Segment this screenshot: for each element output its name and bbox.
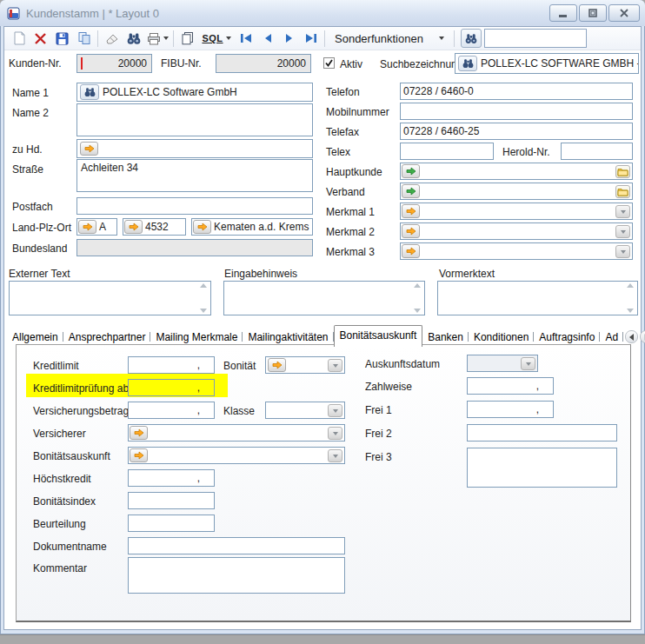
bonitaetsindex-field[interactable] bbox=[128, 492, 215, 509]
tab-ad[interactable]: Ad bbox=[600, 328, 623, 346]
frei2-field[interactable] bbox=[467, 424, 617, 442]
bonitaet-combo[interactable] bbox=[265, 356, 345, 374]
fibu-nr-field[interactable]: 20000 bbox=[216, 54, 311, 73]
land-field[interactable]: A bbox=[76, 218, 117, 236]
tab-mailing-merkmale[interactable]: Mailing Merkmale bbox=[150, 328, 243, 346]
verband-field[interactable] bbox=[400, 183, 633, 200]
hoechstkredit-field[interactable]: , bbox=[128, 469, 215, 487]
dokumentname-field[interactable] bbox=[128, 537, 345, 554]
print-dropdown-icon[interactable] bbox=[163, 37, 169, 40]
tab-scroll-right-button[interactable] bbox=[640, 330, 645, 343]
zahlweise-field[interactable]: , bbox=[467, 377, 554, 395]
dropdown-icon[interactable] bbox=[328, 449, 342, 462]
close-button[interactable] bbox=[608, 4, 640, 22]
dropdown-icon[interactable] bbox=[328, 359, 342, 372]
frei3-field[interactable] bbox=[467, 448, 617, 488]
previous-record-button[interactable] bbox=[256, 29, 278, 49]
dropdown-icon[interactable] bbox=[615, 245, 630, 258]
scrollbar[interactable] bbox=[197, 283, 209, 313]
kommentar-field[interactable] bbox=[128, 557, 345, 594]
tab-allgemein[interactable]: Allgemein bbox=[7, 328, 63, 346]
frei1-field[interactable]: , bbox=[467, 401, 554, 418]
auskunftsdatum-combo[interactable] bbox=[467, 355, 538, 372]
merkmal1-field[interactable] bbox=[400, 202, 633, 220]
last-record-button[interactable] bbox=[300, 29, 322, 49]
tab-mailingaktivitaeten[interactable]: Mailingaktivitäten bbox=[243, 328, 333, 346]
first-record-button[interactable] bbox=[235, 29, 256, 49]
bonitaetsauskunft-combo[interactable] bbox=[128, 447, 345, 464]
tab-ansprechpartner[interactable]: Ansprechpartner bbox=[63, 328, 151, 346]
sql-button[interactable]: SQL bbox=[198, 29, 235, 49]
telefax-field[interactable]: 07228 / 6460-25 bbox=[400, 123, 633, 140]
tab-banken[interactable]: Banken bbox=[422, 328, 469, 346]
jump-arrow-green-icon[interactable] bbox=[402, 184, 420, 198]
plz-field[interactable]: 4532 bbox=[123, 218, 186, 236]
jump-arrow-icon[interactable] bbox=[130, 426, 148, 440]
scrollbar[interactable] bbox=[624, 283, 635, 313]
eingabehinweis-area[interactable] bbox=[223, 281, 425, 315]
folder-icon[interactable] bbox=[615, 165, 630, 178]
herold-nr-field[interactable] bbox=[561, 143, 633, 160]
name1-field[interactable]: POLLEX-LC Software GmbH bbox=[76, 83, 313, 102]
scrollbar[interactable] bbox=[411, 283, 422, 313]
versicherungsbetrag-field[interactable]: , bbox=[128, 402, 215, 419]
jump-arrow-icon[interactable] bbox=[78, 220, 96, 234]
tab-scroll-left-button[interactable] bbox=[625, 330, 638, 343]
kreditlimitpruefung-field[interactable]: , bbox=[128, 379, 215, 396]
vormerktext-area[interactable] bbox=[437, 281, 638, 315]
jump-arrow-icon[interactable] bbox=[402, 224, 420, 238]
binoculars-icon[interactable] bbox=[80, 84, 99, 100]
copy-button[interactable] bbox=[73, 29, 95, 49]
delete-record-button[interactable] bbox=[30, 29, 51, 49]
mobilnummer-field[interactable] bbox=[400, 103, 633, 120]
aktiv-checkbox[interactable] bbox=[323, 57, 335, 69]
sonderfunktionen-dropdown[interactable]: Sonderfunktionen bbox=[328, 30, 451, 47]
next-record-button[interactable] bbox=[278, 29, 300, 49]
print-button[interactable] bbox=[144, 29, 170, 49]
dropdown-icon[interactable] bbox=[328, 404, 342, 417]
jump-arrow-green-icon[interactable] bbox=[402, 164, 420, 178]
dropdown-icon[interactable] bbox=[615, 205, 630, 218]
ort-field[interactable]: Kematen a.d. Krems bbox=[191, 218, 313, 236]
suchbezeichnung-field[interactable]: POLLEX-LC SOFTWARE GMBH - K bbox=[455, 53, 639, 74]
minimize-button[interactable] bbox=[549, 4, 577, 22]
merkmal2-field[interactable] bbox=[400, 222, 633, 240]
klasse-combo[interactable] bbox=[265, 402, 345, 419]
binoculars-icon[interactable] bbox=[458, 56, 477, 71]
jump-arrow-icon[interactable] bbox=[402, 204, 420, 218]
dropdown-icon[interactable] bbox=[521, 357, 535, 370]
dropdown-icon[interactable] bbox=[328, 427, 342, 440]
kreditlimit-field[interactable]: , bbox=[128, 356, 215, 374]
duplicate-button[interactable] bbox=[176, 29, 198, 49]
telex-field[interactable] bbox=[400, 143, 494, 160]
merkmal3-field[interactable] bbox=[400, 242, 633, 260]
jump-arrow-icon[interactable] bbox=[402, 244, 420, 258]
jump-arrow-icon[interactable] bbox=[80, 142, 98, 156]
save-button[interactable] bbox=[51, 29, 73, 49]
externer-text-area[interactable] bbox=[9, 281, 211, 315]
jump-arrow-icon[interactable] bbox=[193, 220, 211, 234]
strasse-field[interactable]: Achleiten 34 bbox=[76, 159, 313, 192]
new-record-button[interactable] bbox=[8, 29, 30, 49]
beurteilung-field[interactable] bbox=[128, 515, 215, 532]
jump-arrow-icon[interactable] bbox=[268, 358, 286, 372]
zu-hd-field[interactable] bbox=[76, 139, 313, 158]
titlebar[interactable]: Kundenstamm | * Layout 0 bbox=[0, 0, 645, 26]
tab-bonitaetsauskunft[interactable]: Bonitätsauskunft bbox=[334, 325, 423, 347]
quicksearch-binoculars-button[interactable] bbox=[461, 29, 482, 48]
tab-konditionen[interactable]: Konditionen bbox=[469, 328, 534, 346]
name2-field[interactable] bbox=[76, 103, 313, 136]
jump-arrow-icon[interactable] bbox=[130, 448, 148, 462]
tab-auftragsinfo[interactable]: Auftragsinfo bbox=[534, 328, 600, 346]
dropdown-icon[interactable] bbox=[615, 225, 630, 238]
kunden-nr-field[interactable]: 20000 bbox=[76, 54, 152, 73]
hauptkunde-field[interactable] bbox=[400, 163, 633, 180]
sql-dropdown-icon[interactable] bbox=[226, 37, 231, 40]
quicksearch-input[interactable] bbox=[484, 29, 587, 48]
jump-arrow-icon[interactable] bbox=[124, 220, 143, 234]
folder-icon[interactable] bbox=[615, 185, 630, 198]
eraser-button[interactable] bbox=[101, 29, 123, 49]
search-binoculars-button[interactable] bbox=[123, 29, 144, 49]
telefon-field[interactable]: 07228 / 6460-0 bbox=[400, 83, 633, 100]
postfach-field[interactable] bbox=[76, 197, 313, 215]
